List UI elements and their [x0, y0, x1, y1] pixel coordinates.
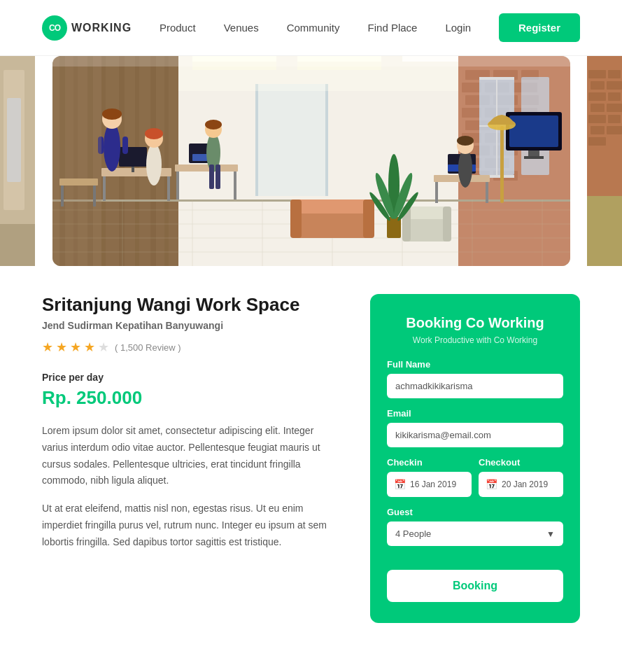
checkout-group: Checkout 📅 20 Jan 2019	[479, 457, 563, 497]
content-area: Sritanjung Wangi Work Space Jend Sudirma…	[0, 266, 622, 651]
svg-rect-130	[608, 92, 621, 101]
guest-label: Guest	[387, 507, 563, 517]
svg-rect-91	[290, 200, 374, 214]
venue-title: Sritanjung Wangi Work Space	[42, 294, 342, 316]
checkout-label: Checkout	[479, 457, 563, 468]
booking-button[interactable]: Booking	[387, 570, 563, 602]
nav-venues[interactable]: Venues	[224, 22, 259, 34]
svg-point-87	[205, 120, 222, 130]
price-value: Rp. 250.000	[42, 387, 342, 409]
full-name-group: Full Name	[387, 359, 563, 398]
venue-info: Sritanjung Wangi Work Space Jend Sudirma…	[42, 294, 342, 562]
date-row: Checkin 📅 16 Jan 2019 Checkout 📅 20 Jan …	[387, 457, 563, 497]
register-button[interactable]: Register	[499, 13, 580, 42]
nav-community[interactable]: Community	[287, 22, 340, 34]
svg-rect-121	[93, 186, 96, 206]
svg-rect-88	[209, 164, 214, 189]
logo[interactable]: CO WORKING	[42, 15, 132, 41]
guest-group: Guest 4 People ▼	[387, 507, 563, 546]
hero-side-right	[587, 56, 622, 266]
svg-rect-116	[500, 126, 504, 203]
svg-rect-123	[52, 56, 570, 66]
svg-rect-76	[122, 136, 128, 154]
svg-rect-138	[587, 196, 622, 266]
svg-rect-105	[435, 182, 438, 203]
full-name-label: Full Name	[387, 359, 563, 370]
svg-rect-93	[363, 200, 374, 238]
svg-rect-120	[61, 186, 64, 206]
checkin-input[interactable]: 📅 16 Jan 2019	[387, 472, 472, 497]
svg-rect-112	[524, 156, 544, 159]
nav-product[interactable]: Product	[160, 22, 196, 34]
svg-rect-48	[258, 84, 325, 196]
star-1: ★	[42, 340, 53, 355]
svg-rect-26	[462, 108, 481, 118]
nav-actions: Register	[499, 13, 580, 42]
svg-point-72	[104, 122, 120, 172]
navbar: CO WORKING Product Venues Community Find…	[0, 0, 622, 56]
booking-subtitle: Work Productive with Co Working	[387, 335, 563, 345]
logo-text: WORKING	[71, 22, 132, 34]
svg-rect-134	[608, 115, 621, 123]
svg-rect-97	[443, 206, 451, 241]
svg-rect-127	[591, 81, 605, 90]
calendar-icon-checkout: 📅	[486, 479, 497, 490]
svg-rect-47	[325, 84, 328, 196]
hero-main-image	[52, 56, 570, 266]
svg-rect-111	[528, 150, 539, 156]
svg-rect-15	[164, 56, 169, 266]
star-3: ★	[70, 340, 81, 355]
svg-rect-133	[588, 115, 606, 123]
svg-rect-11	[101, 56, 106, 266]
nav-find-place[interactable]: Find Place	[368, 22, 418, 34]
svg-point-77	[146, 144, 162, 186]
svg-rect-119	[59, 178, 98, 186]
desc-text-2: Ut at erat eleifend, mattis nisl non, eg…	[42, 500, 342, 550]
checkout-input[interactable]: 📅 20 Jan 2019	[479, 472, 563, 497]
checkin-label: Checkin	[387, 457, 472, 468]
svg-rect-89	[215, 164, 220, 189]
nav-login[interactable]: Login	[445, 22, 471, 34]
checkin-date: 16 Jan 2019	[410, 479, 456, 489]
svg-rect-135	[591, 126, 605, 134]
svg-rect-80	[175, 164, 238, 172]
guest-select[interactable]: 4 People ▼	[387, 522, 563, 546]
svg-rect-118	[52, 56, 101, 266]
svg-rect-81	[176, 172, 179, 200]
stars-container: ★ ★ ★ ★ ★ ( 1,500 Review )	[42, 340, 342, 355]
svg-rect-126	[608, 70, 621, 78]
svg-rect-82	[234, 172, 236, 200]
star-2: ★	[56, 340, 67, 355]
svg-rect-136	[607, 126, 622, 134]
review-count: ( 1,500 Review )	[115, 342, 181, 353]
svg-rect-131	[591, 104, 605, 112]
email-input[interactable]	[387, 423, 563, 447]
svg-rect-106	[486, 182, 488, 203]
svg-rect-125	[588, 70, 606, 78]
svg-point-74	[102, 108, 122, 120]
svg-point-79	[145, 128, 163, 139]
svg-rect-69	[167, 176, 170, 201]
email-label: Email	[387, 408, 563, 419]
svg-rect-3	[7, 98, 21, 182]
desc-text-1: Lorem ipsum dolor sit amet, consectetur …	[42, 423, 342, 489]
full-name-input[interactable]	[387, 374, 563, 398]
venue-address: Jend Sudirman Kepatihan Banyuwangi	[42, 320, 342, 331]
svg-point-113	[458, 148, 472, 188]
svg-rect-128	[607, 81, 622, 90]
svg-rect-110	[509, 115, 558, 147]
star-5: ★	[98, 340, 109, 355]
guest-value: 4 People	[395, 528, 431, 539]
booking-card: Booking Co Working Work Productive with …	[370, 294, 580, 623]
chevron-down-icon: ▼	[546, 529, 555, 539]
checkout-date: 20 Jan 2019	[502, 479, 548, 489]
svg-rect-71	[132, 167, 134, 172]
svg-rect-137	[588, 137, 606, 146]
calendar-icon-checkin: 📅	[394, 479, 406, 490]
price-label: Price per day	[42, 372, 342, 383]
svg-rect-68	[103, 176, 106, 201]
svg-rect-20	[462, 83, 481, 92]
svg-rect-2	[0, 224, 35, 266]
svg-rect-46	[255, 84, 258, 196]
hero-side-left	[0, 56, 35, 266]
